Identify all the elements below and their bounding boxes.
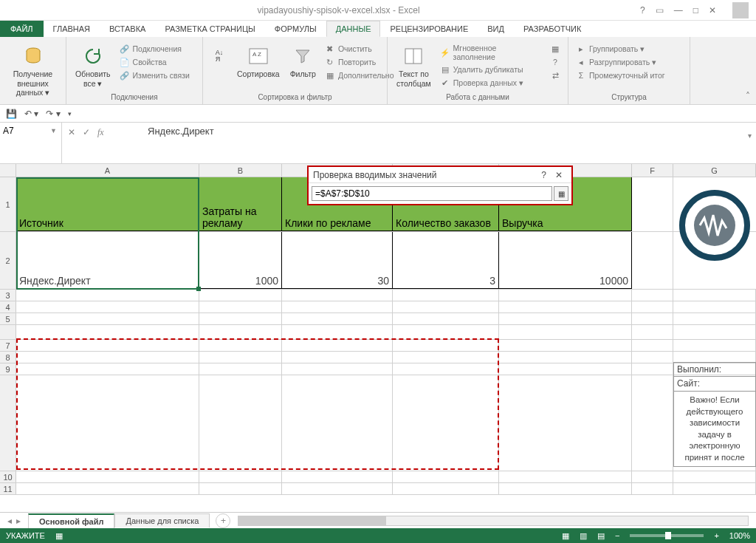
tab-review[interactable]: РЕЦЕНЗИРОВАНИЕ (380, 21, 478, 37)
consolidate-button[interactable]: ▦ (549, 43, 562, 55)
sheet-tab-list-data[interactable]: Данные для списка (114, 513, 210, 527)
row-header-5[interactable]: 5 (0, 313, 16, 324)
cell-f1[interactable] (632, 177, 673, 231)
cell-f2[interactable] (632, 232, 673, 289)
row-header-8[interactable]: 8 (0, 352, 16, 363)
ribbon-display-icon[interactable]: ▭ (656, 5, 664, 16)
qat-customize-icon[interactable]: ▾ (68, 110, 72, 117)
funnel-icon (291, 44, 315, 68)
sheet-nav-prev-icon[interactable]: ◂ (7, 516, 12, 526)
select-all-corner[interactable] (0, 164, 16, 177)
zoom-slider[interactable] (630, 534, 704, 537)
refresh-all-button[interactable]: Обновить все ▾ (72, 43, 114, 89)
tab-home[interactable]: ГЛАВНАЯ (44, 21, 100, 37)
ungroup-button[interactable]: ◂Разгруппировать ▾ (574, 56, 667, 68)
filter-button[interactable]: Фильтр (287, 43, 319, 81)
sort-az-icon: А↓Я (207, 44, 231, 68)
edit-links-button[interactable]: 🔗Изменить связи (118, 69, 191, 81)
enter-formula-icon[interactable]: ✓ (83, 127, 90, 137)
svg-text:A Z: A Z (252, 51, 261, 58)
connections-button[interactable]: 🔗Подключения (118, 43, 191, 55)
expand-dialog-icon[interactable]: ▦ (554, 186, 568, 201)
name-box[interactable]: ▼ (0, 123, 62, 163)
cancel-formula-icon[interactable]: ✕ (68, 127, 75, 137)
collapse-ribbon-icon[interactable]: ˄ (746, 91, 750, 101)
tab-developer[interactable]: РАЗРАБОТЧИК (514, 21, 591, 37)
get-external-data-button[interactable]: Получение внешних данных ▾ (6, 43, 60, 99)
data-validation-dialog[interactable]: Проверка вводимых значений ? ✕ ▦ (307, 165, 573, 205)
advanced-filter-button[interactable]: ▦Дополнительно (323, 69, 396, 81)
whatif-button[interactable]: ? (549, 56, 562, 68)
col-header-b[interactable]: B (199, 164, 282, 177)
cell-c2[interactable]: 30 (282, 232, 393, 289)
tab-view[interactable]: ВИД (478, 21, 514, 37)
sort-az-button[interactable]: А↓Я (209, 43, 230, 69)
cell-e2[interactable]: 10000 (499, 232, 632, 289)
cell-a2[interactable]: Яндекс.Директ (16, 232, 199, 289)
row-header-11[interactable]: 11 (0, 483, 16, 494)
macro-record-icon[interactable]: ▦ (55, 531, 63, 541)
formula-input[interactable]: Яндекс.Директ (143, 123, 756, 163)
tab-formulas[interactable]: ФОРМУЛЫ (265, 21, 326, 37)
name-box-input[interactable] (3, 126, 49, 136)
zoom-out-icon[interactable]: − (615, 531, 619, 540)
view-page-layout-icon[interactable]: ▥ (580, 531, 587, 541)
expand-formula-bar-icon[interactable]: ▾ (748, 132, 752, 140)
remove-duplicates-button[interactable]: ▤Удалить дубликаты (439, 64, 541, 75)
zoom-in-icon[interactable]: + (714, 531, 718, 540)
view-page-break-icon[interactable]: ▤ (597, 531, 605, 541)
close-icon[interactable]: ✕ (709, 5, 716, 16)
sort-button[interactable]: A Z Сортировка (234, 43, 283, 81)
text-to-columns-button[interactable]: Текст по столбцам (394, 43, 434, 89)
flash-fill-button[interactable]: ⚡Мгновенное заполнение (439, 43, 541, 62)
dialog-help-icon[interactable]: ? (537, 170, 551, 180)
cell-b2[interactable]: 1000 (199, 232, 282, 289)
status-mode: УКАЖИТЕ (6, 531, 45, 540)
sheet-nav-next-icon[interactable]: ▸ (16, 516, 21, 526)
refresh-icon (81, 44, 105, 68)
cell-a1[interactable]: Источник (16, 177, 199, 231)
dialog-range-input[interactable] (312, 186, 552, 201)
user-avatar[interactable] (732, 2, 749, 18)
horizontal-scrollbar[interactable] (238, 516, 749, 526)
tab-page-layout[interactable]: РАЗМЕТКА СТРАНИЦЫ (155, 21, 264, 37)
reapply-button[interactable]: ↻Повторить (323, 56, 396, 68)
sheet-tab-main[interactable]: Основной файл (28, 513, 114, 528)
row-header-7[interactable]: 7 (0, 340, 16, 351)
save-icon[interactable]: 💾 (6, 109, 17, 119)
maximize-icon[interactable]: □ (693, 5, 698, 16)
dialog-close-icon[interactable]: ✕ (551, 170, 567, 180)
row-header-9[interactable]: 9 (0, 363, 16, 375)
row-header-4[interactable]: 4 (0, 301, 16, 313)
redo-icon[interactable]: ↷ ▾ (46, 109, 60, 119)
row-header-10[interactable]: 10 (0, 471, 16, 482)
data-validation-button[interactable]: ✔Проверка данных ▾ (439, 77, 541, 89)
tab-data[interactable]: ДАННЫЕ (326, 21, 381, 37)
col-header-g[interactable]: G (673, 164, 756, 177)
tab-file[interactable]: ФАЙЛ (0, 21, 44, 37)
group-button[interactable]: ▸Группировать ▾ (574, 43, 667, 55)
spreadsheet-grid[interactable]: A B C D E F G 1 Источник Затраты на рекл… (0, 164, 756, 504)
name-box-dropdown-icon[interactable]: ▼ (49, 126, 58, 136)
clear-filter-button[interactable]: ✖Очистить (323, 43, 396, 55)
relationships-button[interactable]: ⇄ (549, 69, 562, 81)
tab-insert[interactable]: ВСТАВКА (100, 21, 155, 37)
cell-b1[interactable]: Затраты на рекламу (199, 177, 282, 231)
properties-button[interactable]: 📄Свойства (118, 56, 191, 68)
add-sheet-button[interactable]: + (216, 513, 230, 528)
minimize-icon[interactable]: — (674, 5, 683, 16)
subtotal-button[interactable]: ΣПромежуточный итог (574, 69, 667, 81)
undo-icon[interactable]: ↶ ▾ (24, 109, 38, 119)
row-header-3[interactable]: 3 (0, 290, 16, 301)
view-normal-icon[interactable]: ▦ (562, 531, 569, 541)
zoom-level[interactable]: 100% (729, 531, 750, 540)
fill-handle[interactable] (196, 287, 201, 291)
fx-icon[interactable]: fx (97, 127, 104, 138)
row-header-1[interactable]: 1 (0, 177, 16, 231)
col-header-a[interactable]: A (16, 164, 199, 177)
col-header-f[interactable]: F (632, 164, 673, 177)
cell-d2[interactable]: 3 (393, 232, 499, 289)
row-header-2[interactable]: 2 (0, 232, 16, 289)
window-title: vipadayoushiy-spisok-v-excel.xlsx - Exce… (37, 5, 640, 16)
help-icon[interactable]: ? (640, 5, 645, 16)
